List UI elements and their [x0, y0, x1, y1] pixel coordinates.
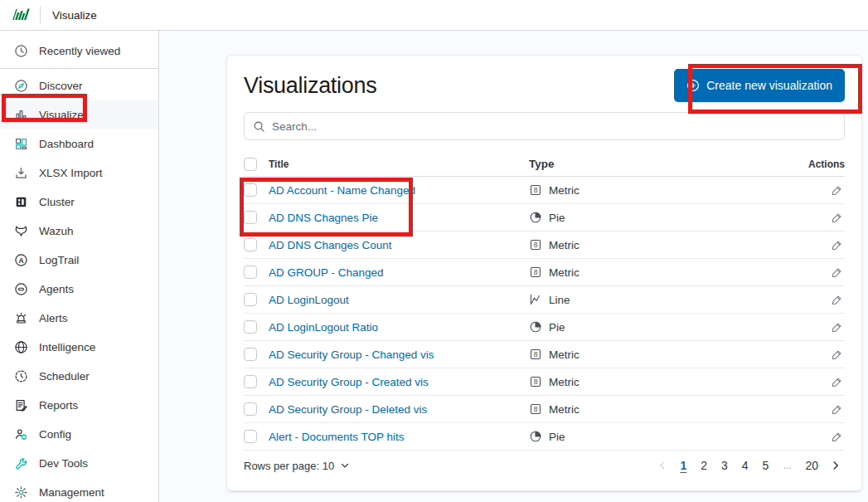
- row-checkbox[interactable]: [244, 211, 257, 224]
- pencil-icon: [831, 212, 843, 224]
- edit-button[interactable]: [829, 237, 845, 253]
- select-all-checkbox[interactable]: [244, 158, 257, 171]
- sidebar-divider: [0, 68, 158, 69]
- next-page-button[interactable]: [827, 460, 845, 471]
- visualizations-panel: Visualizations Create new visualization: [226, 55, 862, 491]
- row-checkbox[interactable]: [244, 183, 257, 197]
- sidebar-item-label: Agents: [39, 283, 74, 295]
- pencil-icon: [831, 266, 843, 279]
- visualization-title-link[interactable]: AD Account - Name Changed: [269, 184, 415, 197]
- sidebar-item-xlsx-import[interactable]: XLSX Import: [0, 158, 158, 188]
- metric-type-icon: 8: [529, 348, 542, 361]
- chevron-down-icon: [340, 461, 350, 470]
- create-new-visualization-button[interactable]: Create new visualization: [674, 69, 845, 102]
- visualization-title-link[interactable]: AD DNS Changes Count: [269, 239, 392, 251]
- visualization-title-link[interactable]: AD Security Group - Changed vis: [269, 348, 434, 361]
- line-type-icon: [529, 293, 542, 306]
- pencil-icon: [831, 294, 843, 306]
- pencil-icon: [831, 184, 843, 197]
- row-checkbox[interactable]: [244, 348, 257, 361]
- scheduler-icon: [14, 369, 28, 383]
- edit-button[interactable]: [829, 347, 845, 363]
- wolf-icon: [14, 224, 28, 238]
- type-label: Metric: [549, 403, 579, 416]
- sidebar-item-logtrail[interactable]: ALogTrail: [0, 246, 158, 275]
- page-number-1[interactable]: 1: [674, 458, 692, 473]
- table-row: Alert - Documents TOP hitsPie: [244, 423, 845, 451]
- page-number-3[interactable]: 3: [715, 458, 734, 473]
- metric-type-icon: 8: [529, 266, 542, 279]
- visualization-title-link[interactable]: AD LoginLogout: [269, 294, 349, 306]
- cluster-icon: [14, 195, 28, 209]
- row-checkbox[interactable]: [244, 266, 257, 279]
- type-label: Pie: [549, 321, 565, 334]
- column-header-title[interactable]: Title: [269, 158, 529, 170]
- table-row: AD Security Group - Created vis8Metric: [244, 368, 845, 396]
- type-label: Metric: [549, 348, 579, 361]
- row-checkbox[interactable]: [244, 375, 257, 388]
- pencil-icon: [831, 376, 843, 388]
- visualization-title-link[interactable]: Alert - Documents TOP hits: [269, 431, 405, 443]
- visualization-title-link[interactable]: AD LoginLogout Ratio: [269, 321, 378, 334]
- edit-button[interactable]: [829, 292, 845, 308]
- table-row: AD DNS Changes Count8Metric: [244, 232, 845, 259]
- gear-icon: [14, 485, 28, 500]
- column-header-type: Type: [529, 158, 812, 170]
- sidebar-item-recently-viewed[interactable]: Recently viewed: [0, 37, 158, 66]
- edit-button[interactable]: [829, 374, 845, 390]
- edit-button[interactable]: [829, 429, 845, 445]
- rows-per-page-control[interactable]: Rows per page: 10: [244, 460, 350, 472]
- sidebar-item-wazuh[interactable]: Wazuh: [0, 217, 158, 246]
- visualization-title-link[interactable]: AD GROUP - Changed: [269, 266, 384, 279]
- sidebar-item-label: Reports: [39, 399, 78, 412]
- sidebar-item-config[interactable]: Config: [0, 420, 158, 449]
- sidebar-item-visualize[interactable]: Visualize: [0, 100, 158, 129]
- page-number-2[interactable]: 2: [695, 458, 713, 473]
- siren-icon: [14, 311, 28, 325]
- visualizations-table: Title Type Actions AD Account - Name Cha…: [244, 152, 845, 451]
- pie-type-icon: [529, 430, 542, 443]
- sidebar-item-discover[interactable]: Discover: [0, 71, 158, 100]
- table-row: AD GROUP - Changed8Metric: [244, 259, 845, 286]
- sidebar-item-scheduler[interactable]: Scheduler: [0, 362, 158, 391]
- edit-button[interactable]: [829, 183, 845, 198]
- app-logo-icon[interactable]: [10, 4, 33, 26]
- type-label: Metric: [549, 376, 579, 388]
- sidebar-item-alerts[interactable]: Alerts: [0, 304, 158, 333]
- sidebar-item-agents[interactable]: Agents: [0, 275, 158, 304]
- sidebar-item-management[interactable]: Management: [0, 478, 158, 502]
- page-number-5[interactable]: 5: [757, 458, 775, 473]
- bar-chart-icon: [14, 108, 28, 122]
- edit-button[interactable]: [829, 210, 845, 226]
- edit-button[interactable]: [829, 265, 845, 280]
- config-icon: [14, 427, 28, 441]
- search-input[interactable]: [272, 120, 836, 133]
- previous-page-button[interactable]: [653, 460, 672, 471]
- sidebar-item-cluster[interactable]: Cluster: [0, 188, 158, 217]
- sidebar-item-label: XLSX Import: [39, 167, 103, 179]
- sidebar-item-reports[interactable]: Reports: [0, 391, 158, 420]
- sidebar-item-label: Wazuh: [39, 225, 74, 237]
- sidebar-item-intelligence[interactable]: Intelligence: [0, 333, 158, 362]
- topbar-divider: [40, 6, 41, 24]
- report-icon: [14, 398, 28, 412]
- type-label: Metric: [549, 184, 579, 197]
- visualization-title-link[interactable]: AD Security Group - Created vis: [269, 376, 429, 388]
- sidebar-item-dev-tools[interactable]: Dev Tools: [0, 449, 158, 478]
- dashboard-icon: [14, 137, 28, 151]
- sidebar-item-dashboard[interactable]: Dashboard: [0, 129, 158, 158]
- pencil-icon: [831, 431, 843, 443]
- row-checkbox[interactable]: [244, 402, 257, 416]
- row-checkbox[interactable]: [244, 238, 257, 251]
- edit-button[interactable]: [829, 319, 845, 335]
- row-checkbox[interactable]: [244, 293, 257, 306]
- row-checkbox[interactable]: [244, 430, 257, 443]
- page-number-4[interactable]: 4: [736, 458, 754, 473]
- visualization-title-link[interactable]: AD Security Group - Deleted vis: [269, 403, 427, 416]
- table-header: Title Type Actions: [244, 152, 845, 177]
- row-checkbox[interactable]: [244, 320, 257, 334]
- visualization-title-link[interactable]: AD DNS Chagnes Pie: [269, 212, 378, 224]
- page-number-20[interactable]: 20: [799, 458, 824, 473]
- edit-button[interactable]: [829, 402, 845, 417]
- metric-type-icon: 8: [529, 375, 542, 388]
